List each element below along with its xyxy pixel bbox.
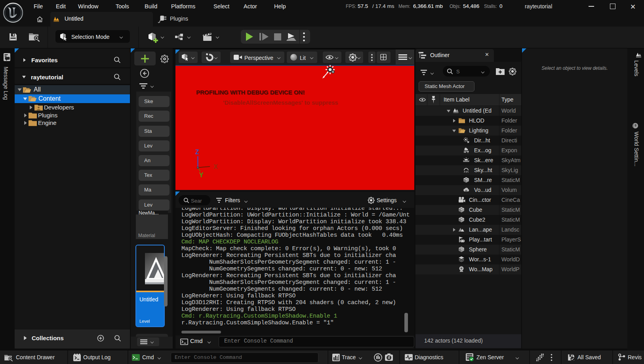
svg-text:X: X [213, 163, 218, 170]
svg-text:Z: Z [195, 149, 199, 155]
svg-text:Y: Y [199, 172, 204, 178]
